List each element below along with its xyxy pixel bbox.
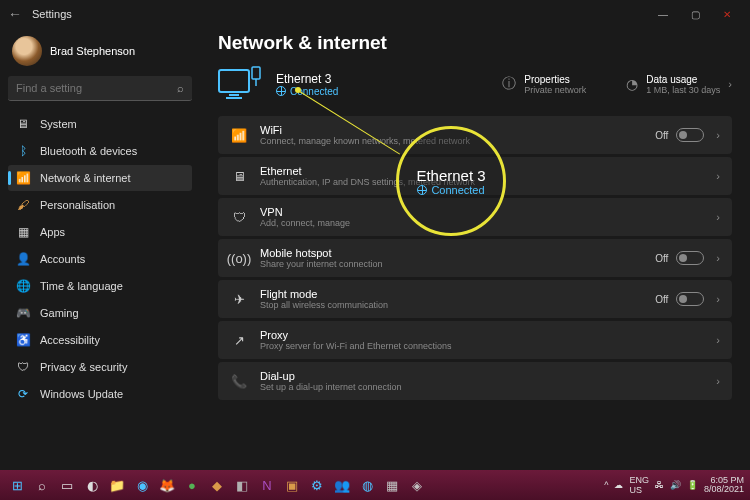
sidebar-item-windows-update[interactable]: ⟳Windows Update xyxy=(8,381,192,407)
sidebar-item-apps[interactable]: ▦Apps xyxy=(8,219,192,245)
svg-rect-3 xyxy=(252,67,260,79)
sidebar-item-system[interactable]: 🖥System xyxy=(8,111,192,137)
setting-icon: 🖥 xyxy=(230,169,248,184)
setting-mobile-hotspot[interactable]: ((o))Mobile hotspotShare your internet c… xyxy=(218,239,732,277)
chevron-right-icon: › xyxy=(716,252,720,264)
start-button[interactable]: ⊞ xyxy=(6,474,28,496)
setting-subtitle: Stop all wireless communication xyxy=(260,300,643,310)
back-button[interactable]: ← xyxy=(8,6,22,22)
setting-title: Mobile hotspot xyxy=(260,247,643,259)
sidebar-item-accessibility[interactable]: ♿Accessibility xyxy=(8,327,192,353)
close-button[interactable]: ✕ xyxy=(712,4,742,24)
sidebar-item-time-language[interactable]: 🌐Time & language xyxy=(8,273,192,299)
explorer-icon[interactable]: 📁 xyxy=(106,474,128,496)
connection-hero: Ethernet 3 Connected ⓘ Properties Privat… xyxy=(218,66,732,102)
setting-title: WiFi xyxy=(260,124,643,136)
chevron-right-icon: › xyxy=(716,211,720,223)
widgets-icon[interactable]: ◐ xyxy=(81,474,103,496)
toggle-switch[interactable] xyxy=(676,292,704,306)
nav-icon: 🖥 xyxy=(16,117,30,131)
data-usage-link[interactable]: ◔ Data usage 1 MB, last 30 days › xyxy=(626,74,732,95)
sidebar-item-gaming[interactable]: 🎮Gaming xyxy=(8,300,192,326)
maximize-button[interactable]: ▢ xyxy=(680,4,710,24)
setting-flight-mode[interactable]: ✈Flight modeStop all wireless communicat… xyxy=(218,280,732,318)
info-icon: ⓘ xyxy=(502,75,516,93)
task-view-icon[interactable]: ▭ xyxy=(56,474,78,496)
window-title: Settings xyxy=(32,8,72,20)
toggle-switch[interactable] xyxy=(676,128,704,142)
titlebar: ← Settings — ▢ ✕ xyxy=(0,0,750,28)
settings-list: 📶WiFiConnect, manage known networks, met… xyxy=(218,116,732,400)
nav-icon: ᛒ xyxy=(16,144,30,158)
clock[interactable]: 6:05 PM 8/08/2021 xyxy=(704,476,744,494)
nav-label: Personalisation xyxy=(40,199,115,211)
nav-label: Accessibility xyxy=(40,334,100,346)
setting-vpn[interactable]: 🛡VPNAdd, connect, manage› xyxy=(218,198,732,236)
firefox-icon[interactable]: 🦊 xyxy=(156,474,178,496)
setting-title: Flight mode xyxy=(260,288,643,300)
volume-icon[interactable]: 🔊 xyxy=(670,480,681,490)
onedrive-icon[interactable]: ☁ xyxy=(614,480,623,490)
app-icon[interactable]: ◆ xyxy=(206,474,228,496)
nav-label: Time & language xyxy=(40,280,123,292)
setting-subtitle: Connect, manage known networks, metered … xyxy=(260,136,643,146)
nav-icon: 🌐 xyxy=(16,279,30,293)
app-icon[interactable]: ▦ xyxy=(381,474,403,496)
sidebar: Brad Stephenson ⌕ 🖥SystemᛒBluetooth & de… xyxy=(0,28,200,470)
chevron-right-icon: › xyxy=(716,129,720,141)
nav-list: 🖥SystemᛒBluetooth & devices📶Network & in… xyxy=(8,111,192,407)
sidebar-item-privacy-security[interactable]: 🛡Privacy & security xyxy=(8,354,192,380)
nav-label: Network & internet xyxy=(40,172,130,184)
toggle-label: Off xyxy=(655,253,668,264)
sidebar-item-bluetooth-devices[interactable]: ᛒBluetooth & devices xyxy=(8,138,192,164)
search-icon: ⌕ xyxy=(177,82,184,94)
setting-dial-up[interactable]: 📞Dial-upSet up a dial-up internet connec… xyxy=(218,362,732,400)
onenote-icon[interactable]: N xyxy=(256,474,278,496)
setting-icon: ✈ xyxy=(230,292,248,307)
setting-icon: ↗ xyxy=(230,333,248,348)
page-title: Network & internet xyxy=(218,32,732,54)
user-profile[interactable]: Brad Stephenson xyxy=(8,32,192,76)
app-icon[interactable]: ◧ xyxy=(231,474,253,496)
app-icon[interactable]: ◈ xyxy=(406,474,428,496)
setting-title: Dial-up xyxy=(260,370,704,382)
search-input[interactable] xyxy=(8,76,192,101)
sidebar-item-personalisation[interactable]: 🖌Personalisation xyxy=(8,192,192,218)
sidebar-item-network-internet[interactable]: 📶Network & internet xyxy=(8,165,192,191)
chevron-right-icon: › xyxy=(716,293,720,305)
connection-name: Ethernet 3 xyxy=(276,72,386,86)
nav-icon: 📶 xyxy=(16,171,30,185)
nav-label: Gaming xyxy=(40,307,79,319)
nav-label: Accounts xyxy=(40,253,85,265)
setting-wifi[interactable]: 📶WiFiConnect, manage known networks, met… xyxy=(218,116,732,154)
chart-icon: ◔ xyxy=(626,76,638,92)
toggle-switch[interactable] xyxy=(676,251,704,265)
svg-rect-0 xyxy=(219,70,249,92)
setting-icon: 🛡 xyxy=(230,210,248,225)
language-indicator[interactable]: ENGUS xyxy=(629,475,649,495)
tray-chevron-icon[interactable]: ^ xyxy=(604,480,608,490)
nav-icon: 🛡 xyxy=(16,360,30,374)
setting-subtitle: Authentication, IP and DNS settings, met… xyxy=(260,177,704,187)
edge-icon[interactable]: ◉ xyxy=(131,474,153,496)
system-tray[interactable]: ^ ☁ ENGUS 🖧 🔊 🔋 6:05 PM 8/08/2021 xyxy=(604,475,744,495)
sidebar-item-accounts[interactable]: 👤Accounts xyxy=(8,246,192,272)
app-icon[interactable]: ▣ xyxy=(281,474,303,496)
network-tray-icon[interactable]: 🖧 xyxy=(655,480,664,490)
app-icon[interactable]: ◍ xyxy=(356,474,378,496)
nav-icon: 🖌 xyxy=(16,198,30,212)
battery-icon[interactable]: 🔋 xyxy=(687,480,698,490)
setting-ethernet[interactable]: 🖥EthernetAuthentication, IP and DNS sett… xyxy=(218,157,732,195)
teams-icon[interactable]: 👥 xyxy=(331,474,353,496)
globe-icon xyxy=(276,86,286,96)
setting-icon: 📶 xyxy=(230,128,248,143)
setting-proxy[interactable]: ↗ProxyProxy server for Wi-Fi and Etherne… xyxy=(218,321,732,359)
connection-status: Connected xyxy=(276,86,386,97)
app-icon[interactable]: ● xyxy=(181,474,203,496)
properties-link[interactable]: ⓘ Properties Private network xyxy=(502,74,586,95)
minimize-button[interactable]: — xyxy=(648,4,678,24)
search-taskbar-icon[interactable]: ⌕ xyxy=(31,474,53,496)
nav-label: Apps xyxy=(40,226,65,238)
settings-icon[interactable]: ⚙ xyxy=(306,474,328,496)
setting-subtitle: Proxy server for Wi-Fi and Ethernet conn… xyxy=(260,341,704,351)
